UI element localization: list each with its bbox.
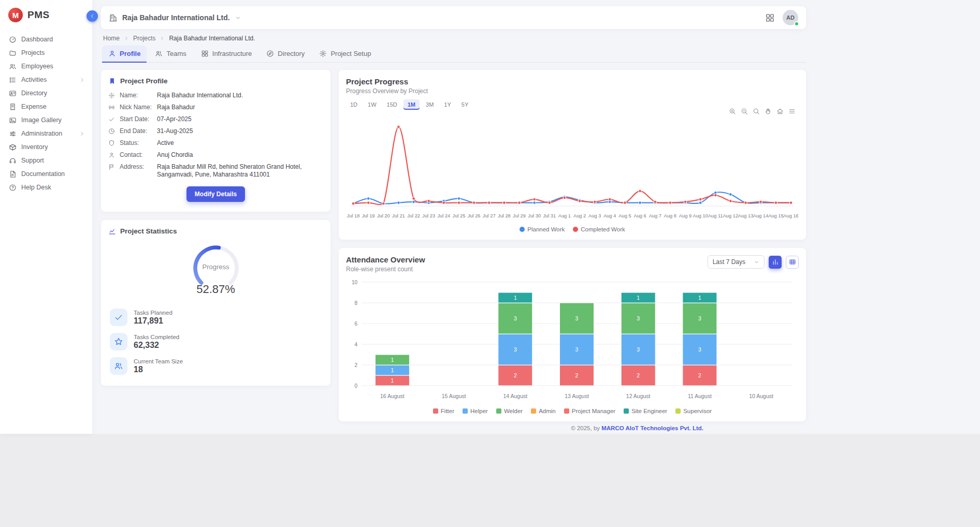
svg-text:Jul 20: Jul 20: [377, 213, 390, 218]
stat-icon-box: [110, 309, 127, 326]
tab-teams[interactable]: Teams: [149, 46, 192, 63]
sidebar-item-help-desk[interactable]: Help Desk: [0, 181, 92, 194]
svg-text:Jul 30: Jul 30: [528, 213, 541, 218]
sidebar-item-support[interactable]: Support: [0, 154, 92, 167]
zoom-out-icon[interactable]: [741, 108, 748, 115]
svg-text:Jul 25: Jul 25: [453, 213, 466, 218]
sidebar-item-label: Directory: [21, 90, 47, 97]
date-range-select[interactable]: Last 7 Days: [708, 255, 765, 269]
range-button-1m[interactable]: 1M: [403, 99, 420, 110]
date-range-value: Last 7 Days: [713, 258, 745, 266]
table-view-button[interactable]: [786, 256, 799, 269]
range-button-1y[interactable]: 1Y: [440, 99, 455, 110]
legend-item-project-manager[interactable]: Project Manager: [564, 408, 615, 414]
right-column: Project Progress Progress Overview by Pr…: [339, 70, 806, 421]
legend-item-helper[interactable]: Helper: [463, 408, 488, 414]
stat-text: Tasks Completed62,332: [134, 334, 179, 350]
range-button-1w[interactable]: 1W: [364, 99, 381, 110]
gear-icon: [108, 92, 115, 99]
sidebar-item-administration[interactable]: Administration: [0, 127, 92, 140]
receipt-icon: [9, 103, 17, 111]
avatar[interactable]: AD: [783, 10, 798, 25]
sidebar-item-inventory[interactable]: Inventory: [0, 140, 92, 154]
pan-icon[interactable]: [765, 108, 772, 115]
chevron-right-icon: [124, 36, 129, 41]
company-link[interactable]: MARCO AIoT Technologies Pvt. Ltd.: [601, 425, 703, 431]
legend-item-planned-work[interactable]: Planned Work: [520, 226, 565, 232]
user-icon: [108, 152, 115, 158]
sidebar-item-employees[interactable]: Employees: [0, 60, 92, 73]
sidebar-item-directory[interactable]: Directory: [0, 86, 92, 100]
tab-profile[interactable]: Profile: [102, 46, 147, 63]
field-label: Name:: [120, 92, 152, 99]
card-subtitle: Progress Overview by Project: [346, 87, 799, 95]
field-label: End Date:: [120, 127, 152, 135]
profile-field-address: Address:Raja Bahadur Mill Rd, behind She…: [108, 163, 323, 179]
stacked-bar-chart[interactable]: 024681011116 August15 August233114 Augus…: [346, 275, 798, 405]
image-icon: [9, 116, 17, 124]
sidebar-item-documentation[interactable]: Documentation: [0, 167, 92, 181]
breadcrumb-item-home[interactable]: Home: [103, 35, 120, 42]
legend-item-fitter[interactable]: Fitter: [433, 408, 454, 414]
legend-item-admin[interactable]: Admin: [531, 408, 556, 414]
app-logo[interactable]: M PMS: [0, 0, 92, 31]
range-button-5y[interactable]: 5Y: [457, 99, 472, 110]
legend-item-welder[interactable]: Welder: [496, 408, 523, 414]
user-icon: [108, 50, 116, 57]
sidebar-item-image-gallery[interactable]: Image Gallery: [0, 113, 92, 127]
legend-marker: [433, 408, 438, 414]
field-label: Nick Name:: [120, 104, 152, 111]
tab-infrastructure[interactable]: Infrastructure: [195, 46, 258, 63]
line-chart[interactable]: Jul 18Jul 19Jul 20Jul 21Jul 22Jul 23Jul …: [346, 118, 798, 224]
breadcrumb-item-raja-bahadur-international-ltd[interactable]: Raja Bahadur International Ltd.: [169, 35, 255, 42]
grid-icon: [201, 50, 209, 57]
company-selector[interactable]: Raja Bahadur International Ltd.: [109, 13, 241, 22]
sidebar-item-dashboard[interactable]: Dashboard: [0, 33, 92, 46]
sidebar-item-label: Projects: [21, 49, 45, 56]
dashboard-icon: [9, 36, 17, 43]
reset-zoom-icon[interactable]: [776, 108, 784, 115]
team-icon: [155, 50, 163, 57]
sidebar-item-label: Dashboard: [21, 36, 53, 43]
svg-text:10: 10: [352, 280, 358, 285]
stat-text: Current Team Size18: [134, 358, 183, 374]
sidebar-collapse-button[interactable]: [87, 10, 98, 22]
svg-text:Jul 22: Jul 22: [407, 213, 420, 218]
modify-details-button[interactable]: Modify Details: [186, 186, 245, 202]
legend-marker: [520, 227, 525, 232]
range-button-15d[interactable]: 15D: [383, 99, 401, 110]
range-button-3m[interactable]: 3M: [422, 99, 438, 110]
sidebar-item-projects[interactable]: Projects: [0, 46, 92, 60]
legend-marker: [531, 408, 536, 414]
legend-item-completed-work[interactable]: Completed Work: [573, 226, 625, 232]
project-profile-card: Project Profile Name:Raja Bahadur Intern…: [101, 70, 330, 212]
svg-text:Jul 29: Jul 29: [513, 213, 526, 218]
sidebar-item-label: Documentation: [21, 170, 65, 178]
tab-project-setup[interactable]: Project Setup: [313, 46, 377, 63]
legend-marker: [573, 227, 578, 232]
bar-view-button[interactable]: [769, 256, 782, 269]
sidebar-item-activities[interactable]: Activities: [0, 73, 92, 86]
svg-text:15 August: 15 August: [442, 393, 466, 399]
legend-marker: [463, 408, 468, 414]
zoom-in-icon[interactable]: [729, 108, 736, 115]
tab-directory[interactable]: Directory: [260, 46, 311, 63]
legend-item-supervisor[interactable]: Supervisor: [675, 408, 712, 414]
apps-grid-icon[interactable]: [765, 13, 775, 23]
sidebar-item-label: Image Gallery: [21, 116, 62, 124]
breadcrumb-item-projects[interactable]: Projects: [133, 35, 155, 42]
selection-zoom-icon[interactable]: [753, 108, 760, 115]
sidebar-item-expense[interactable]: Expense: [0, 100, 92, 113]
legend-marker: [675, 408, 681, 414]
svg-text:2: 2: [637, 372, 640, 378]
svg-text:Aug 12: Aug 12: [723, 213, 738, 218]
check-icon: [108, 116, 115, 123]
range-button-1d[interactable]: 1D: [346, 99, 362, 110]
svg-text:3: 3: [637, 346, 640, 353]
stat-value: 62,332: [134, 341, 179, 350]
legend-item-site-engineer[interactable]: Site Engineer: [624, 408, 667, 414]
stat-rows: Tasks Planned117,891Tasks Completed62,33…: [108, 309, 323, 375]
progress-gauge: Progress 52.87%: [108, 241, 323, 296]
menu-icon[interactable]: [788, 108, 796, 115]
svg-text:1: 1: [514, 295, 517, 301]
